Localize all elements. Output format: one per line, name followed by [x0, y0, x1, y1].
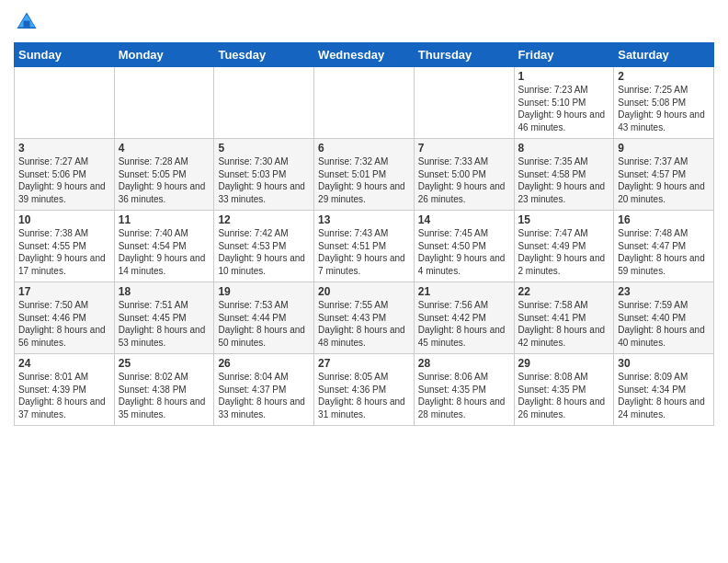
weekday-friday: Friday [514, 43, 614, 67]
day-number: 8 [518, 142, 610, 155]
day-number: 5 [218, 142, 310, 155]
calendar-cell: 16Sunrise: 7:48 AM Sunset: 4:47 PM Dayli… [614, 211, 714, 282]
day-info: Sunrise: 7:53 AM Sunset: 4:44 PM Dayligh… [218, 299, 310, 349]
calendar-cell: 22Sunrise: 7:58 AM Sunset: 4:41 PM Dayli… [514, 282, 614, 354]
calendar-cell: 25Sunrise: 8:02 AM Sunset: 4:38 PM Dayli… [114, 354, 214, 426]
logo [14, 9, 43, 35]
weekday-thursday: Thursday [414, 43, 514, 67]
day-number: 30 [618, 357, 710, 370]
day-info: Sunrise: 7:38 AM Sunset: 4:55 PM Dayligh… [18, 227, 110, 277]
day-info: Sunrise: 8:09 AM Sunset: 4:34 PM Dayligh… [618, 371, 710, 420]
day-info: Sunrise: 7:25 AM Sunset: 5:08 PM Dayligh… [618, 84, 710, 133]
week-row-5: 24Sunrise: 8:01 AM Sunset: 4:39 PM Dayli… [15, 354, 714, 426]
day-info: Sunrise: 7:27 AM Sunset: 5:06 PM Dayligh… [18, 155, 110, 205]
weekday-tuesday: Tuesday [214, 43, 314, 67]
day-number: 11 [119, 213, 210, 226]
day-info: Sunrise: 7:55 AM Sunset: 4:43 PM Dayligh… [318, 299, 410, 349]
day-info: Sunrise: 7:56 AM Sunset: 4:42 PM Dayligh… [418, 299, 510, 349]
calendar-table: SundayMondayTuesdayWednesdayThursdayFrid… [14, 42, 714, 426]
header [14, 9, 714, 35]
svg-rect-2 [24, 21, 30, 28]
day-number: 29 [518, 357, 610, 370]
calendar-cell: 18Sunrise: 7:51 AM Sunset: 4:45 PM Dayli… [114, 282, 214, 354]
day-info: Sunrise: 7:48 AM Sunset: 4:47 PM Dayligh… [618, 227, 710, 277]
week-row-1: 1Sunrise: 7:23 AM Sunset: 5:10 PM Daylig… [15, 67, 714, 139]
day-info: Sunrise: 7:40 AM Sunset: 4:54 PM Dayligh… [119, 227, 210, 277]
day-number: 23 [618, 285, 710, 298]
day-number: 15 [518, 213, 610, 226]
day-info: Sunrise: 8:08 AM Sunset: 4:35 PM Dayligh… [518, 371, 610, 420]
calendar-cell: 20Sunrise: 7:55 AM Sunset: 4:43 PM Dayli… [314, 282, 415, 354]
day-number: 21 [418, 285, 510, 298]
calendar-cell: 17Sunrise: 7:50 AM Sunset: 4:46 PM Dayli… [15, 282, 115, 354]
calendar-cell [15, 67, 115, 139]
day-number: 7 [418, 142, 510, 155]
day-number: 9 [618, 142, 710, 155]
day-number: 18 [119, 285, 210, 298]
calendar-cell: 14Sunrise: 7:45 AM Sunset: 4:50 PM Dayli… [414, 211, 514, 282]
day-number: 16 [618, 213, 710, 226]
calendar-cell: 13Sunrise: 7:43 AM Sunset: 4:51 PM Dayli… [314, 211, 415, 282]
calendar-cell [114, 67, 214, 139]
day-number: 24 [18, 357, 110, 370]
day-info: Sunrise: 7:32 AM Sunset: 5:01 PM Dayligh… [318, 155, 410, 205]
calendar-cell: 1Sunrise: 7:23 AM Sunset: 5:10 PM Daylig… [514, 67, 614, 139]
page-container: SundayMondayTuesdayWednesdayThursdayFrid… [0, 0, 728, 431]
week-row-3: 10Sunrise: 7:38 AM Sunset: 4:55 PM Dayli… [15, 211, 714, 282]
calendar-cell: 3Sunrise: 7:27 AM Sunset: 5:06 PM Daylig… [15, 139, 115, 211]
calendar-cell: 23Sunrise: 7:59 AM Sunset: 4:40 PM Dayli… [614, 282, 714, 354]
day-info: Sunrise: 7:37 AM Sunset: 4:57 PM Dayligh… [618, 155, 710, 205]
day-info: Sunrise: 8:05 AM Sunset: 4:36 PM Dayligh… [318, 371, 410, 420]
calendar-cell: 8Sunrise: 7:35 AM Sunset: 4:58 PM Daylig… [514, 139, 614, 211]
calendar-cell: 19Sunrise: 7:53 AM Sunset: 4:44 PM Dayli… [214, 282, 314, 354]
day-info: Sunrise: 8:04 AM Sunset: 4:37 PM Dayligh… [218, 371, 310, 420]
calendar-cell [414, 67, 514, 139]
logo-icon [14, 9, 40, 35]
day-number: 25 [119, 357, 210, 370]
calendar-cell: 26Sunrise: 8:04 AM Sunset: 4:37 PM Dayli… [214, 354, 314, 426]
day-info: Sunrise: 8:02 AM Sunset: 4:38 PM Dayligh… [119, 371, 210, 420]
day-info: Sunrise: 7:47 AM Sunset: 4:49 PM Dayligh… [518, 227, 610, 277]
day-number: 22 [518, 285, 610, 298]
weekday-wednesday: Wednesday [314, 43, 415, 67]
day-number: 4 [119, 142, 210, 155]
day-info: Sunrise: 7:28 AM Sunset: 5:05 PM Dayligh… [119, 155, 210, 205]
calendar-cell: 11Sunrise: 7:40 AM Sunset: 4:54 PM Dayli… [114, 211, 214, 282]
weekday-header-row: SundayMondayTuesdayWednesdayThursdayFrid… [15, 43, 714, 67]
day-info: Sunrise: 7:43 AM Sunset: 4:51 PM Dayligh… [318, 227, 410, 277]
calendar-cell: 28Sunrise: 8:06 AM Sunset: 4:35 PM Dayli… [414, 354, 514, 426]
day-info: Sunrise: 7:45 AM Sunset: 4:50 PM Dayligh… [418, 227, 510, 277]
day-number: 20 [318, 285, 410, 298]
day-info: Sunrise: 8:01 AM Sunset: 4:39 PM Dayligh… [18, 371, 110, 420]
day-info: Sunrise: 7:23 AM Sunset: 5:10 PM Dayligh… [518, 84, 610, 133]
calendar-cell: 5Sunrise: 7:30 AM Sunset: 5:03 PM Daylig… [214, 139, 314, 211]
calendar-cell: 29Sunrise: 8:08 AM Sunset: 4:35 PM Dayli… [514, 354, 614, 426]
calendar-cell: 15Sunrise: 7:47 AM Sunset: 4:49 PM Dayli… [514, 211, 614, 282]
day-number: 1 [518, 70, 610, 83]
calendar-cell [214, 67, 314, 139]
weekday-monday: Monday [114, 43, 214, 67]
calendar-cell: 12Sunrise: 7:42 AM Sunset: 4:53 PM Dayli… [214, 211, 314, 282]
day-number: 26 [218, 357, 310, 370]
day-info: Sunrise: 7:50 AM Sunset: 4:46 PM Dayligh… [18, 299, 110, 349]
day-info: Sunrise: 7:30 AM Sunset: 5:03 PM Dayligh… [218, 155, 310, 205]
calendar-cell: 24Sunrise: 8:01 AM Sunset: 4:39 PM Dayli… [15, 354, 115, 426]
day-number: 13 [318, 213, 410, 226]
weekday-saturday: Saturday [614, 43, 714, 67]
weekday-sunday: Sunday [15, 43, 115, 67]
calendar-cell: 2Sunrise: 7:25 AM Sunset: 5:08 PM Daylig… [614, 67, 714, 139]
day-number: 19 [218, 285, 310, 298]
calendar-cell: 27Sunrise: 8:05 AM Sunset: 4:36 PM Dayli… [314, 354, 415, 426]
day-number: 2 [618, 70, 710, 83]
week-row-2: 3Sunrise: 7:27 AM Sunset: 5:06 PM Daylig… [15, 139, 714, 211]
calendar-cell: 7Sunrise: 7:33 AM Sunset: 5:00 PM Daylig… [414, 139, 514, 211]
day-number: 10 [18, 213, 110, 226]
day-number: 14 [418, 213, 510, 226]
day-info: Sunrise: 7:51 AM Sunset: 4:45 PM Dayligh… [119, 299, 210, 349]
day-number: 12 [218, 213, 310, 226]
day-info: Sunrise: 7:35 AM Sunset: 4:58 PM Dayligh… [518, 155, 610, 205]
day-number: 17 [18, 285, 110, 298]
day-info: Sunrise: 8:06 AM Sunset: 4:35 PM Dayligh… [418, 371, 510, 420]
calendar-cell: 4Sunrise: 7:28 AM Sunset: 5:05 PM Daylig… [114, 139, 214, 211]
day-number: 3 [18, 142, 110, 155]
